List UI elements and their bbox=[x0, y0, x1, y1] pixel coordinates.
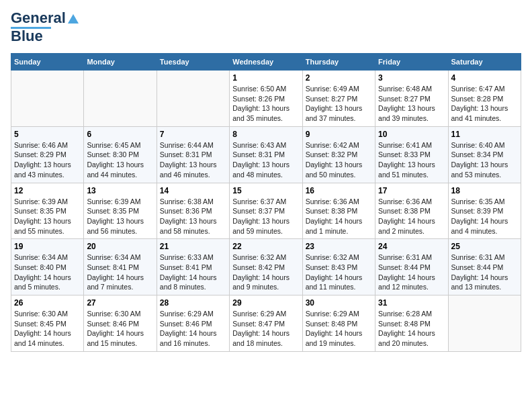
weekday-header-tuesday: Tuesday bbox=[157, 54, 229, 71]
day-info: Sunrise: 6:36 AM Sunset: 8:38 PM Dayligh… bbox=[378, 197, 445, 236]
day-cell-15: 15Sunrise: 6:37 AM Sunset: 8:37 PM Dayli… bbox=[230, 183, 302, 239]
page-header: General Blue bbox=[11, 11, 521, 45]
day-cell-17: 17Sunrise: 6:36 AM Sunset: 8:38 PM Dayli… bbox=[375, 183, 448, 239]
day-info: Sunrise: 6:32 AM Sunset: 8:43 PM Dayligh… bbox=[306, 253, 372, 292]
week-row-5: 26Sunrise: 6:30 AM Sunset: 8:45 PM Dayli… bbox=[11, 295, 521, 352]
day-info: Sunrise: 6:50 AM Sunset: 8:26 PM Dayligh… bbox=[232, 84, 299, 124]
day-info: Sunrise: 6:45 AM Sunset: 8:30 PM Dayligh… bbox=[87, 140, 153, 180]
day-number: 15 bbox=[232, 186, 299, 195]
weekday-header-row: SundayMondayTuesdayWednesdayThursdayFrid… bbox=[11, 54, 521, 71]
day-cell-16: 16Sunrise: 6:36 AM Sunset: 8:38 PM Dayli… bbox=[302, 183, 375, 239]
day-info: Sunrise: 6:41 AM Sunset: 8:33 PM Dayligh… bbox=[378, 140, 445, 180]
day-cell-12: 12Sunrise: 6:39 AM Sunset: 8:35 PM Dayli… bbox=[11, 183, 84, 239]
day-info: Sunrise: 6:47 AM Sunset: 8:28 PM Dayligh… bbox=[451, 84, 518, 124]
logo-blue: Blue bbox=[11, 28, 43, 45]
day-number: 4 bbox=[451, 73, 518, 83]
day-cell-1: 1Sunrise: 6:50 AM Sunset: 8:26 PM Daylig… bbox=[230, 71, 302, 127]
day-info: Sunrise: 6:48 AM Sunset: 8:27 PM Dayligh… bbox=[378, 84, 445, 124]
day-number: 9 bbox=[306, 130, 372, 139]
day-cell-2: 2Sunrise: 6:49 AM Sunset: 8:27 PM Daylig… bbox=[302, 71, 375, 127]
day-info: Sunrise: 6:30 AM Sunset: 8:45 PM Dayligh… bbox=[14, 309, 81, 349]
day-number: 31 bbox=[378, 298, 445, 308]
day-number: 2 bbox=[306, 73, 372, 83]
weekday-header-sunday: Sunday bbox=[11, 54, 84, 71]
day-number: 5 bbox=[14, 130, 81, 139]
empty-cell bbox=[448, 295, 521, 352]
day-cell-29: 29Sunrise: 6:29 AM Sunset: 8:47 PM Dayli… bbox=[230, 295, 302, 352]
empty-cell bbox=[157, 71, 229, 127]
day-info: Sunrise: 6:31 AM Sunset: 8:44 PM Dayligh… bbox=[451, 253, 518, 292]
day-number: 14 bbox=[160, 186, 226, 195]
day-cell-5: 5Sunrise: 6:46 AM Sunset: 8:29 PM Daylig… bbox=[11, 126, 84, 183]
day-info: Sunrise: 6:46 AM Sunset: 8:29 PM Dayligh… bbox=[14, 140, 81, 180]
day-number: 23 bbox=[306, 242, 372, 251]
logo-text: General bbox=[11, 11, 79, 26]
day-info: Sunrise: 6:31 AM Sunset: 8:44 PM Dayligh… bbox=[378, 253, 445, 292]
empty-cell bbox=[84, 71, 157, 127]
day-number: 25 bbox=[451, 242, 518, 251]
day-number: 30 bbox=[306, 298, 372, 308]
day-info: Sunrise: 6:40 AM Sunset: 8:34 PM Dayligh… bbox=[451, 140, 518, 180]
day-info: Sunrise: 6:49 AM Sunset: 8:27 PM Dayligh… bbox=[306, 84, 372, 124]
empty-cell bbox=[11, 71, 84, 127]
day-info: Sunrise: 6:28 AM Sunset: 8:48 PM Dayligh… bbox=[378, 309, 445, 349]
day-cell-10: 10Sunrise: 6:41 AM Sunset: 8:33 PM Dayli… bbox=[375, 126, 448, 183]
day-number: 22 bbox=[232, 242, 299, 251]
day-info: Sunrise: 6:33 AM Sunset: 8:41 PM Dayligh… bbox=[160, 253, 226, 292]
day-cell-7: 7Sunrise: 6:44 AM Sunset: 8:31 PM Daylig… bbox=[157, 126, 229, 183]
day-cell-23: 23Sunrise: 6:32 AM Sunset: 8:43 PM Dayli… bbox=[302, 239, 375, 295]
day-number: 11 bbox=[451, 130, 518, 139]
day-number: 1 bbox=[232, 73, 299, 83]
day-number: 12 bbox=[14, 186, 81, 195]
day-cell-26: 26Sunrise: 6:30 AM Sunset: 8:45 PM Dayli… bbox=[11, 295, 84, 352]
day-number: 29 bbox=[232, 298, 299, 308]
day-number: 13 bbox=[87, 186, 153, 195]
day-number: 7 bbox=[160, 130, 226, 139]
day-cell-31: 31Sunrise: 6:28 AM Sunset: 8:48 PM Dayli… bbox=[375, 295, 448, 352]
day-info: Sunrise: 6:30 AM Sunset: 8:46 PM Dayligh… bbox=[87, 309, 153, 349]
day-number: 19 bbox=[14, 242, 81, 251]
week-row-2: 5Sunrise: 6:46 AM Sunset: 8:29 PM Daylig… bbox=[11, 126, 521, 183]
day-info: Sunrise: 6:44 AM Sunset: 8:31 PM Dayligh… bbox=[160, 140, 226, 180]
day-cell-3: 3Sunrise: 6:48 AM Sunset: 8:27 PM Daylig… bbox=[375, 71, 448, 127]
day-number: 18 bbox=[451, 186, 518, 195]
day-cell-30: 30Sunrise: 6:29 AM Sunset: 8:48 PM Dayli… bbox=[302, 295, 375, 352]
day-info: Sunrise: 6:39 AM Sunset: 8:35 PM Dayligh… bbox=[87, 197, 153, 236]
day-cell-13: 13Sunrise: 6:39 AM Sunset: 8:35 PM Dayli… bbox=[84, 183, 157, 239]
day-number: 26 bbox=[14, 298, 81, 308]
day-info: Sunrise: 6:39 AM Sunset: 8:35 PM Dayligh… bbox=[14, 197, 81, 236]
weekday-header-friday: Friday bbox=[375, 54, 448, 71]
day-info: Sunrise: 6:34 AM Sunset: 8:40 PM Dayligh… bbox=[14, 253, 81, 292]
day-number: 10 bbox=[378, 130, 445, 139]
day-number: 24 bbox=[378, 242, 445, 251]
day-cell-18: 18Sunrise: 6:35 AM Sunset: 8:39 PM Dayli… bbox=[448, 183, 521, 239]
day-number: 17 bbox=[378, 186, 445, 195]
day-cell-22: 22Sunrise: 6:32 AM Sunset: 8:42 PM Dayli… bbox=[230, 239, 302, 295]
day-cell-11: 11Sunrise: 6:40 AM Sunset: 8:34 PM Dayli… bbox=[448, 126, 521, 183]
day-cell-19: 19Sunrise: 6:34 AM Sunset: 8:40 PM Dayli… bbox=[11, 239, 84, 295]
day-info: Sunrise: 6:32 AM Sunset: 8:42 PM Dayligh… bbox=[232, 253, 299, 292]
day-cell-25: 25Sunrise: 6:31 AM Sunset: 8:44 PM Dayli… bbox=[448, 239, 521, 295]
weekday-header-monday: Monday bbox=[84, 54, 157, 71]
week-row-1: 1Sunrise: 6:50 AM Sunset: 8:26 PM Daylig… bbox=[11, 71, 521, 127]
day-number: 8 bbox=[232, 130, 299, 139]
day-info: Sunrise: 6:36 AM Sunset: 8:38 PM Dayligh… bbox=[306, 197, 372, 236]
logo: General Blue bbox=[11, 11, 79, 45]
day-number: 20 bbox=[87, 242, 153, 251]
day-info: Sunrise: 6:34 AM Sunset: 8:41 PM Dayligh… bbox=[87, 253, 153, 292]
day-number: 27 bbox=[87, 298, 153, 308]
day-cell-21: 21Sunrise: 6:33 AM Sunset: 8:41 PM Dayli… bbox=[157, 239, 229, 295]
day-info: Sunrise: 6:37 AM Sunset: 8:37 PM Dayligh… bbox=[232, 197, 299, 236]
day-number: 16 bbox=[306, 186, 372, 195]
weekday-header-thursday: Thursday bbox=[302, 54, 375, 71]
day-info: Sunrise: 6:38 AM Sunset: 8:36 PM Dayligh… bbox=[160, 197, 226, 236]
day-cell-8: 8Sunrise: 6:43 AM Sunset: 8:31 PM Daylig… bbox=[230, 126, 302, 183]
day-number: 6 bbox=[87, 130, 153, 139]
weekday-header-wednesday: Wednesday bbox=[230, 54, 302, 71]
day-cell-6: 6Sunrise: 6:45 AM Sunset: 8:30 PM Daylig… bbox=[84, 126, 157, 183]
day-cell-14: 14Sunrise: 6:38 AM Sunset: 8:36 PM Dayli… bbox=[157, 183, 229, 239]
day-cell-9: 9Sunrise: 6:42 AM Sunset: 8:32 PM Daylig… bbox=[302, 126, 375, 183]
week-row-4: 19Sunrise: 6:34 AM Sunset: 8:40 PM Dayli… bbox=[11, 239, 521, 295]
day-cell-28: 28Sunrise: 6:29 AM Sunset: 8:46 PM Dayli… bbox=[157, 295, 229, 352]
weekday-header-saturday: Saturday bbox=[448, 54, 521, 71]
